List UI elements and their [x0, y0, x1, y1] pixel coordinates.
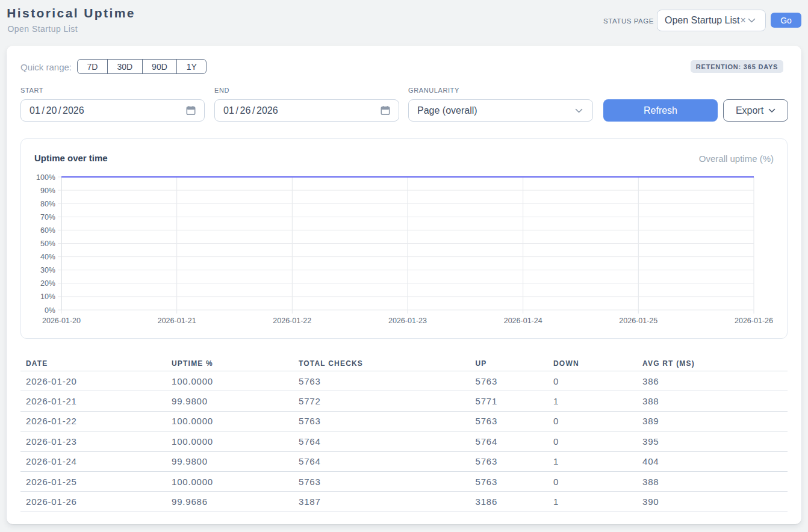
svg-text:2026-01-25: 2026-01-25: [619, 317, 657, 325]
svg-text:100%: 100%: [36, 173, 55, 182]
svg-text:2026-01-20: 2026-01-20: [42, 317, 81, 325]
svg-text:10%: 10%: [40, 292, 55, 301]
svg-text:20%: 20%: [40, 279, 55, 288]
svg-text:0%: 0%: [45, 306, 55, 315]
svg-text:2026-01-26: 2026-01-26: [735, 317, 773, 325]
svg-text:70%: 70%: [40, 213, 55, 221]
svg-text:50%: 50%: [40, 240, 55, 248]
svg-text:2026-01-22: 2026-01-22: [273, 317, 311, 325]
svg-text:30%: 30%: [40, 266, 55, 274]
svg-text:60%: 60%: [40, 226, 55, 235]
svg-text:2026-01-24: 2026-01-24: [504, 317, 542, 325]
svg-text:2026-01-23: 2026-01-23: [388, 317, 427, 325]
svg-text:2026-01-21: 2026-01-21: [158, 317, 196, 325]
svg-text:80%: 80%: [40, 200, 55, 208]
svg-text:40%: 40%: [40, 253, 55, 261]
svg-text:90%: 90%: [40, 187, 55, 195]
